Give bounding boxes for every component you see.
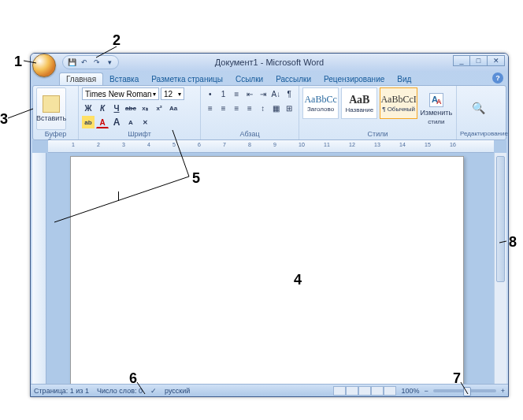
font-name-value: Times New Roman xyxy=(85,90,152,98)
status-language[interactable]: русский xyxy=(165,387,190,395)
maximize-button[interactable]: □ xyxy=(470,55,488,66)
bold-button[interactable]: Ж xyxy=(82,102,95,114)
justify-button[interactable]: ≡ xyxy=(243,102,256,114)
vertical-ruler[interactable] xyxy=(32,153,46,384)
align-center-button[interactable]: ≡ xyxy=(217,102,230,114)
style-normal[interactable]: AaBbCcI ¶ Обычный xyxy=(380,87,417,119)
view-draft[interactable] xyxy=(384,386,396,396)
highlight-button[interactable]: ab xyxy=(82,116,95,128)
tab-insert[interactable]: Вставка xyxy=(103,73,145,85)
close-button[interactable]: ✕ xyxy=(488,55,505,66)
zoom-out-button[interactable]: − xyxy=(424,387,428,395)
bullets-button[interactable]: • xyxy=(204,87,217,100)
pilcrow-button[interactable]: ¶ xyxy=(283,87,295,100)
tab-references[interactable]: Ссылки xyxy=(229,73,269,85)
ruler-tick: 10 xyxy=(299,142,305,147)
annotation-6: 6 xyxy=(129,370,137,387)
paste-icon xyxy=(43,95,60,113)
ribbon-group-clipboard: Вставить Буфер обмена xyxy=(33,86,79,139)
inc-indent-button[interactable]: ⇥ xyxy=(257,87,269,100)
ribbon-group-paragraph: • 1 ≡ ⇤ ⇥ A↓ ¶ ≡ ≡ ≡ ≡ ↕ ▦ xyxy=(201,86,299,139)
ruler-tick: 12 xyxy=(349,142,355,147)
editing-button[interactable]: 🔍 xyxy=(460,87,498,130)
ruler-tick: 5 xyxy=(172,142,176,147)
ruler-tick: 2 xyxy=(97,142,100,147)
clear-format-button[interactable]: ✕ xyxy=(139,116,151,128)
style-preview-1: AaBbCc xyxy=(304,94,336,106)
horizontal-ruler[interactable]: 12345678910111213141516 xyxy=(48,140,494,153)
multilevel-button[interactable]: ≡ xyxy=(230,87,243,100)
office-button[interactable] xyxy=(32,54,56,77)
annotation-5: 5 xyxy=(192,170,200,187)
numbering-button[interactable]: 1 xyxy=(217,87,230,100)
help-icon[interactable]: ? xyxy=(492,72,503,84)
ruler-tick: 11 xyxy=(324,142,330,147)
font-name-combo[interactable]: Times New Roman▾ xyxy=(82,87,159,100)
ribbon: Вставить Буфер обмена Times New Roman▾ 1… xyxy=(32,85,506,140)
ribbon-group-styles: AaBbCc Заголово АаВ Название AaBbCcI ¶ О… xyxy=(299,86,457,139)
font-size-value: 12 xyxy=(164,90,172,98)
shading-button[interactable]: ▦ xyxy=(270,102,283,114)
status-words[interactable]: Число слов: 0 xyxy=(97,387,143,395)
document-container: 12345678910111213141516 xyxy=(32,140,506,384)
word-window: 💾 ↶ ↷ ▾ Документ1 - Microsoft Word _ □ ✕… xyxy=(30,53,509,397)
annotation-2: 2 xyxy=(113,32,121,49)
scroll-thumb[interactable] xyxy=(496,156,505,282)
style-name-2: Название xyxy=(345,106,373,113)
ruler-tick: 8 xyxy=(248,142,251,147)
dec-indent-button[interactable]: ⇤ xyxy=(243,87,256,100)
change-styles-button[interactable]: A A Изменить стили xyxy=(420,87,453,130)
align-right-button[interactable]: ≡ xyxy=(230,102,243,114)
paste-label: Вставить xyxy=(36,114,66,122)
paragraph-group-label: Абзац xyxy=(204,130,295,139)
font-color-button[interactable]: A xyxy=(96,116,109,128)
text-cursor xyxy=(118,191,119,201)
ruler-tick: 6 xyxy=(198,142,201,147)
status-page[interactable]: Страница: 1 из 1 xyxy=(34,387,89,395)
paste-button[interactable]: Вставить xyxy=(36,87,66,130)
vertical-scrollbar[interactable] xyxy=(494,153,506,384)
style-title[interactable]: АаВ Название xyxy=(341,87,377,119)
ruler-tick: 4 xyxy=(147,142,150,147)
view-outline[interactable] xyxy=(371,386,384,396)
view-print-layout[interactable] xyxy=(333,386,346,396)
superscript-button[interactable]: x² xyxy=(153,102,165,114)
tab-review[interactable]: Рецензирование xyxy=(317,73,391,85)
zoom-slider[interactable] xyxy=(433,389,496,392)
tab-layout[interactable]: Разметка страницы xyxy=(145,73,229,85)
font-size-combo[interactable]: 12▾ xyxy=(161,87,184,100)
align-left-button[interactable]: ≡ xyxy=(204,102,217,114)
view-full-screen[interactable] xyxy=(346,386,358,396)
shrink-font-button[interactable]: A xyxy=(124,116,137,128)
view-web[interactable] xyxy=(358,386,371,396)
status-proof-icon[interactable]: ✓ xyxy=(150,387,157,395)
subscript-button[interactable]: x₂ xyxy=(139,102,151,114)
case-button[interactable]: Aa xyxy=(167,102,180,114)
style-heading[interactable]: AaBbCc Заголово xyxy=(302,87,339,119)
tab-view[interactable]: Вид xyxy=(391,73,417,85)
zoom-value[interactable]: 100% xyxy=(401,387,419,395)
ribbon-group-font: Times New Roman▾ 12▾ Ж К Ч abc x₂ x² Aa xyxy=(79,86,201,139)
ruler-tick: 16 xyxy=(450,142,456,147)
document-page[interactable] xyxy=(70,156,464,384)
minimize-button[interactable]: _ xyxy=(453,55,470,66)
underline-button[interactable]: Ч xyxy=(110,102,123,114)
zoom-in-button[interactable]: + xyxy=(501,387,505,395)
italic-button[interactable]: К xyxy=(96,102,109,114)
view-buttons xyxy=(333,386,396,396)
line-spacing-button[interactable]: ↕ xyxy=(257,102,269,114)
ruler-tick: 3 xyxy=(122,142,125,147)
tab-mailings[interactable]: Рассылки xyxy=(269,73,317,85)
borders-button[interactable]: ⊞ xyxy=(283,102,295,114)
grow-font-button[interactable]: A xyxy=(110,116,123,128)
annotation-1: 1 xyxy=(14,54,22,70)
sort-button[interactable]: A↓ xyxy=(270,87,283,100)
font-group-label: Шрифт xyxy=(82,130,197,139)
ruler-tick: 1 xyxy=(72,142,75,147)
style-name-1: Заголово xyxy=(307,106,334,113)
change-styles-label: Изменить xyxy=(421,109,453,117)
ruler-tick: 13 xyxy=(374,142,380,147)
tab-home[interactable]: Главная xyxy=(59,72,103,85)
status-bar: Страница: 1 из 1 Число слов: 0 ✓ русский… xyxy=(31,384,508,396)
strike-button[interactable]: abc xyxy=(124,102,137,114)
